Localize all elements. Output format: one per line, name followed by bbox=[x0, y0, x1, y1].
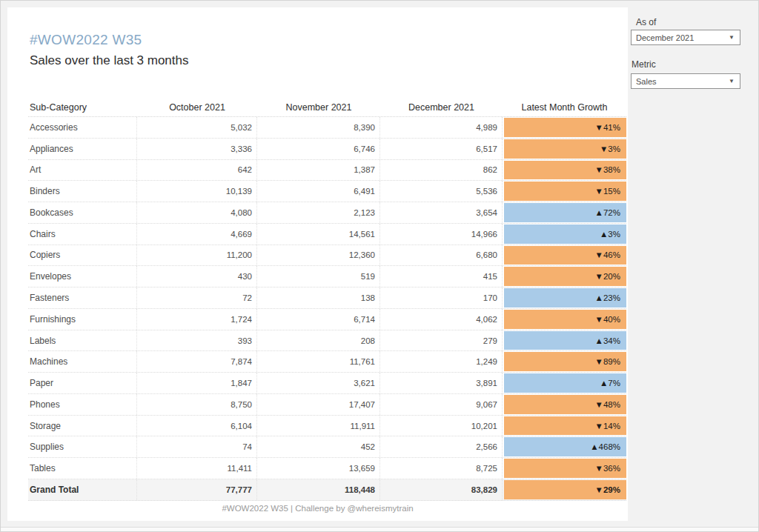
subcategory-cell[interactable]: Supplies bbox=[28, 436, 137, 457]
december-value-cell[interactable]: 862 bbox=[380, 160, 503, 181]
october-value-cell[interactable]: 430 bbox=[137, 266, 257, 287]
october-value-cell[interactable]: 1,847 bbox=[137, 373, 257, 393]
growth-increase-badge[interactable]: ▲23% bbox=[504, 288, 626, 307]
november-value-cell[interactable]: 11,761 bbox=[257, 351, 380, 372]
october-value-cell[interactable]: 642 bbox=[137, 160, 257, 181]
subcategory-cell[interactable]: Fasteners bbox=[28, 287, 137, 308]
december-value-cell[interactable]: 14,966 bbox=[380, 224, 503, 245]
november-value-cell[interactable]: 11,911 bbox=[257, 416, 380, 436]
october-value-cell[interactable]: 11,411 bbox=[137, 458, 257, 479]
october-value-cell[interactable]: 3,336 bbox=[137, 139, 257, 159]
col-header-subcategory[interactable]: Sub-Category bbox=[28, 101, 137, 116]
growth-decrease-badge[interactable]: ▼29% bbox=[504, 480, 626, 499]
december-value-cell[interactable]: 9,067 bbox=[380, 394, 503, 415]
december-value-cell[interactable]: 4,989 bbox=[380, 117, 503, 138]
november-value-cell[interactable]: 118,448 bbox=[257, 479, 380, 500]
october-value-cell[interactable]: 11,200 bbox=[137, 245, 257, 266]
as-of-dropdown[interactable]: December 2021 ▼ bbox=[631, 30, 740, 45]
subcategory-cell[interactable]: Machines bbox=[28, 351, 137, 372]
november-value-cell[interactable]: 14,561 bbox=[257, 224, 380, 245]
december-value-cell[interactable]: 8,725 bbox=[380, 458, 503, 479]
subcategory-cell[interactable]: Binders bbox=[28, 181, 137, 202]
growth-decrease-badge[interactable]: ▼15% bbox=[504, 182, 626, 201]
november-value-cell[interactable]: 12,360 bbox=[257, 245, 380, 266]
growth-cell: ▼48% bbox=[503, 394, 626, 415]
subcategory-cell[interactable]: Storage bbox=[28, 416, 137, 436]
growth-decrease-badge[interactable]: ▼48% bbox=[504, 395, 626, 414]
growth-decrease-badge[interactable]: ▼38% bbox=[504, 161, 626, 180]
growth-decrease-badge[interactable]: ▼36% bbox=[504, 459, 626, 478]
subcategory-cell[interactable]: Paper bbox=[28, 373, 137, 393]
subcategory-cell[interactable]: Appliances bbox=[28, 139, 137, 159]
subcategory-cell[interactable]: Chairs bbox=[28, 224, 137, 245]
october-value-cell[interactable]: 1,724 bbox=[137, 309, 257, 330]
october-value-cell[interactable]: 8,750 bbox=[137, 394, 257, 415]
november-value-cell[interactable]: 8,390 bbox=[257, 117, 380, 138]
october-value-cell[interactable]: 393 bbox=[137, 330, 257, 351]
growth-increase-badge[interactable]: ▲34% bbox=[504, 331, 626, 350]
november-value-cell[interactable]: 1,387 bbox=[257, 160, 380, 181]
subcategory-cell[interactable]: Furnishings bbox=[28, 309, 137, 330]
december-value-cell[interactable]: 4,062 bbox=[380, 309, 503, 330]
table-row: Copiers11,20012,3606,680▼46% bbox=[28, 245, 626, 267]
november-value-cell[interactable]: 519 bbox=[257, 266, 380, 287]
subcategory-cell[interactable]: Labels bbox=[28, 330, 137, 351]
december-value-cell[interactable]: 1,249 bbox=[380, 351, 503, 372]
october-value-cell[interactable]: 10,139 bbox=[137, 181, 257, 202]
december-value-cell[interactable]: 83,829 bbox=[380, 479, 503, 500]
growth-increase-badge[interactable]: ▲3% bbox=[504, 225, 626, 244]
growth-increase-badge[interactable]: ▲7% bbox=[504, 373, 626, 393]
november-value-cell[interactable]: 452 bbox=[257, 436, 380, 457]
col-header-october[interactable]: October 2021 bbox=[137, 101, 257, 116]
december-value-cell[interactable]: 3,891 bbox=[380, 373, 503, 393]
december-value-cell[interactable]: 415 bbox=[380, 266, 503, 287]
december-value-cell[interactable]: 5,536 bbox=[380, 181, 503, 202]
november-value-cell[interactable]: 138 bbox=[257, 287, 380, 308]
growth-increase-badge[interactable]: ▲468% bbox=[504, 437, 626, 456]
subcategory-cell[interactable]: Bookcases bbox=[28, 202, 137, 223]
subcategory-cell[interactable]: Art bbox=[28, 160, 137, 181]
november-value-cell[interactable]: 2,123 bbox=[257, 202, 380, 223]
november-value-cell[interactable]: 6,491 bbox=[257, 181, 380, 202]
growth-decrease-badge[interactable]: ▼89% bbox=[504, 352, 626, 371]
november-value-cell[interactable]: 13,659 bbox=[257, 458, 380, 479]
october-value-cell[interactable]: 5,032 bbox=[137, 117, 257, 138]
subcategory-cell[interactable]: Envelopes bbox=[28, 266, 137, 287]
november-value-cell[interactable]: 6,746 bbox=[257, 139, 380, 159]
december-value-cell[interactable]: 3,654 bbox=[380, 202, 503, 223]
december-value-cell[interactable]: 6,517 bbox=[380, 139, 503, 159]
october-value-cell[interactable]: 77,777 bbox=[137, 479, 257, 500]
col-header-growth[interactable]: Latest Month Growth bbox=[503, 101, 626, 116]
november-value-cell[interactable]: 6,714 bbox=[257, 309, 380, 330]
growth-decrease-badge[interactable]: ▼41% bbox=[504, 118, 626, 137]
growth-increase-badge[interactable]: ▲72% bbox=[504, 203, 626, 222]
october-value-cell[interactable]: 7,874 bbox=[137, 351, 257, 372]
october-value-cell[interactable]: 4,080 bbox=[137, 202, 257, 223]
november-value-cell[interactable]: 17,407 bbox=[257, 394, 380, 415]
growth-decrease-badge[interactable]: ▼46% bbox=[504, 246, 626, 265]
growth-decrease-badge[interactable]: ▼14% bbox=[504, 416, 626, 436]
metric-dropdown[interactable]: Sales ▼ bbox=[631, 73, 740, 89]
december-value-cell[interactable]: 2,566 bbox=[380, 436, 503, 457]
subcategory-cell[interactable]: Grand Total bbox=[28, 479, 137, 500]
october-value-cell[interactable]: 6,104 bbox=[137, 416, 257, 436]
subcategory-cell[interactable]: Tables bbox=[28, 458, 137, 479]
col-header-december[interactable]: December 2021 bbox=[380, 101, 503, 116]
december-value-cell[interactable]: 10,201 bbox=[380, 416, 503, 436]
december-value-cell[interactable]: 6,680 bbox=[380, 245, 503, 266]
november-value-cell[interactable]: 208 bbox=[257, 330, 380, 351]
december-value-cell[interactable]: 170 bbox=[380, 287, 503, 308]
growth-decrease-badge[interactable]: ▼20% bbox=[504, 267, 626, 286]
growth-decrease-badge[interactable]: ▼40% bbox=[504, 310, 626, 329]
october-value-cell[interactable]: 72 bbox=[137, 287, 257, 308]
subcategory-cell[interactable]: Copiers bbox=[28, 245, 137, 266]
subcategory-cell[interactable]: Phones bbox=[28, 394, 137, 415]
subcategory-cell[interactable]: Accessories bbox=[28, 117, 137, 138]
october-value-cell[interactable]: 74 bbox=[137, 436, 257, 457]
november-value-cell[interactable]: 3,621 bbox=[257, 373, 380, 393]
october-value-cell[interactable]: 4,669 bbox=[137, 224, 257, 245]
december-value-cell[interactable]: 279 bbox=[380, 330, 503, 351]
table-row: Labels393208279▲34% bbox=[28, 330, 626, 352]
col-header-november[interactable]: November 2021 bbox=[257, 101, 380, 116]
growth-decrease-badge[interactable]: ▼3% bbox=[504, 139, 626, 159]
